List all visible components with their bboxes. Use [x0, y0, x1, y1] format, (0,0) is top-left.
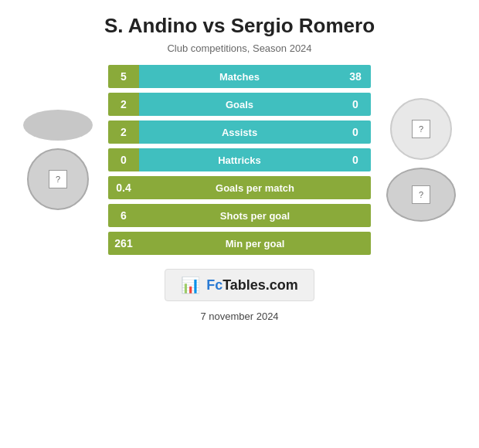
stat-row: 2Goals0 — [108, 93, 371, 116]
left-player-avatar: ? — [27, 148, 89, 210]
stat-left-value: 261 — [108, 232, 139, 255]
left-player-image-placeholder: ? — [49, 170, 67, 188]
stat-label: Hattricks — [139, 148, 340, 171]
right-player-avatar-top: ? — [390, 98, 452, 160]
page-subtitle: Club competitions, Season 2024 — [167, 42, 311, 54]
stat-right-value: 0 — [340, 93, 371, 116]
stats-panel: 5Matches382Goals02Assists00Hattricks00.4… — [108, 65, 371, 255]
stat-row: 6Shots per goal — [108, 204, 371, 227]
stat-row: 2Assists0 — [108, 120, 371, 144]
stat-left-value: 5 — [108, 65, 139, 88]
footer-date: 7 november 2024 — [200, 311, 278, 322]
stat-label: Matches — [139, 65, 340, 88]
stat-label: Assists — [139, 120, 340, 144]
stat-row: 5Matches38 — [108, 65, 371, 88]
logo-box: 📊 FcTables.com — [165, 269, 314, 301]
page-container: S. Andino vs Sergio Romero Club competit… — [0, 0, 479, 448]
stat-left-value: 0.4 — [108, 176, 139, 199]
right-player-avatars: ? ? — [379, 98, 464, 222]
stat-label: Goals — [139, 93, 340, 116]
main-area: ? 5Matches382Goals02Assists00Hattricks00… — [0, 65, 479, 255]
stat-left-value: 6 — [108, 204, 139, 227]
logo-icon: 📊 — [181, 276, 200, 294]
stat-left-value: 0 — [108, 148, 139, 171]
right-player-avatar-bottom: ? — [386, 168, 456, 222]
page-title: S. Andino vs Sergio Romero — [104, 14, 375, 38]
stat-right-value: 38 — [340, 65, 371, 88]
logo-text: FcTables.com — [206, 277, 298, 294]
left-player-ellipse — [23, 110, 93, 141]
right-player-image-placeholder-top: ? — [412, 120, 430, 138]
stat-label: Min per goal — [139, 232, 371, 255]
stat-right-value: 0 — [340, 148, 371, 171]
stat-label: Shots per goal — [139, 204, 371, 227]
stat-row: 261Min per goal — [108, 232, 371, 255]
stat-left-value: 2 — [108, 120, 139, 144]
right-player-image-placeholder-bottom: ? — [412, 185, 430, 204]
stat-row: 0Hattricks0 — [108, 148, 371, 171]
stat-left-value: 2 — [108, 93, 139, 116]
stat-right-value: 0 — [340, 120, 371, 144]
stat-row: 0.4Goals per match — [108, 176, 371, 199]
stat-label: Goals per match — [139, 176, 371, 199]
left-player-avatars: ? — [15, 110, 100, 210]
logo-area: 📊 FcTables.com — [165, 269, 314, 301]
